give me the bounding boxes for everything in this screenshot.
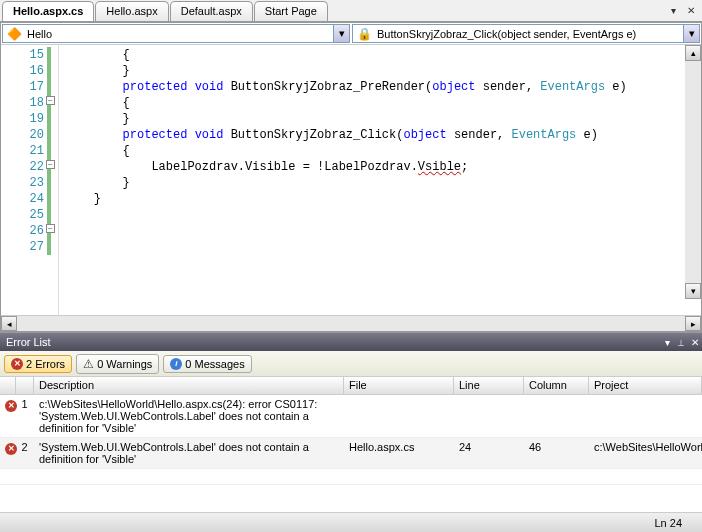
error-squiggle: Vsible xyxy=(418,160,461,174)
col-column[interactable]: Column xyxy=(524,377,589,394)
outline-collapse-icon[interactable]: − xyxy=(46,160,55,169)
class-icon: 🔶 xyxy=(6,26,22,42)
col-project[interactable]: Project xyxy=(589,377,702,394)
info-icon: i xyxy=(170,358,182,370)
col-description[interactable]: Description xyxy=(34,377,344,394)
class-name: Hello xyxy=(25,28,333,40)
class-selector[interactable]: 🔶 Hello ▾ xyxy=(2,24,350,43)
scroll-down-icon[interactable]: ▾ xyxy=(685,283,701,299)
error-list-panel: Error List ▾ ⟂ ✕ ✕ 2 Errors ⚠ 0 Warnings… xyxy=(0,332,702,512)
error-row[interactable]: ✕ 1 c:\WebSites\HelloWorld\Hello.aspx.cs… xyxy=(0,395,702,438)
tab-start-page[interactable]: Start Page xyxy=(254,1,328,21)
code-text[interactable]: { } protected void ButtonSkryjZobraz_Pre… xyxy=(59,45,701,315)
tab-default-aspx[interactable]: Default.aspx xyxy=(170,1,253,21)
chevron-down-icon[interactable]: ▾ xyxy=(683,25,699,42)
error-list-titlebar: Error List ▾ ⟂ ✕ xyxy=(0,333,702,351)
empty-row xyxy=(0,469,702,485)
status-line: Ln 24 xyxy=(654,517,682,529)
editor-body[interactable]: 15 16 17 18 19 20 21 22 23 24 25 26 27 −… xyxy=(1,45,701,315)
col-line[interactable]: Line xyxy=(454,377,524,394)
col-file[interactable]: File xyxy=(344,377,454,394)
method-name: ButtonSkryjZobraz_Click(object sender, E… xyxy=(375,28,683,40)
line-gutter: 15 16 17 18 19 20 21 22 23 24 25 26 27 −… xyxy=(1,45,59,315)
tab-close-icon[interactable]: ✕ xyxy=(684,4,698,18)
method-icon: 🔒 xyxy=(356,26,372,42)
error-row[interactable]: ✕ 2 'System.Web.UI.WebControls.Label' do… xyxy=(0,438,702,469)
grid-header: Description File Line Column Project xyxy=(0,377,702,395)
filter-errors-button[interactable]: ✕ 2 Errors xyxy=(4,355,72,373)
error-list-title: Error List xyxy=(6,336,51,348)
document-tabs: Hello.aspx.cs Hello.aspx Default.aspx St… xyxy=(0,0,702,22)
warning-icon: ⚠ xyxy=(83,357,94,371)
error-grid: Description File Line Column Project ✕ 1… xyxy=(0,377,702,512)
tab-dropdown-icon[interactable]: ▾ xyxy=(666,4,680,18)
tab-hello-aspx[interactable]: Hello.aspx xyxy=(95,1,168,21)
filter-messages-button[interactable]: i 0 Messages xyxy=(163,355,251,373)
filter-warnings-button[interactable]: ⚠ 0 Warnings xyxy=(76,354,159,374)
close-icon[interactable]: ✕ xyxy=(688,337,702,348)
pin-icon[interactable]: ⟂ xyxy=(674,337,688,348)
window-position-icon[interactable]: ▾ xyxy=(660,337,674,348)
scroll-up-icon[interactable]: ▴ xyxy=(685,45,701,61)
scroll-right-icon[interactable]: ▸ xyxy=(685,316,701,331)
error-filter-toolbar: ✕ 2 Errors ⚠ 0 Warnings i 0 Messages xyxy=(0,351,702,377)
scroll-left-icon[interactable]: ◂ xyxy=(1,316,17,331)
code-editor: 🔶 Hello ▾ 🔒 ButtonSkryjZobraz_Click(obje… xyxy=(0,22,702,332)
chevron-down-icon[interactable]: ▾ xyxy=(333,25,349,42)
navigation-bar: 🔶 Hello ▾ 🔒 ButtonSkryjZobraz_Click(obje… xyxy=(1,23,701,45)
tab-hello-cs[interactable]: Hello.aspx.cs xyxy=(2,1,94,21)
outline-collapse-icon[interactable]: − xyxy=(46,224,55,233)
error-icon: ✕ xyxy=(11,358,23,370)
method-selector[interactable]: 🔒 ButtonSkryjZobraz_Click(object sender,… xyxy=(352,24,700,43)
vertical-scrollbar[interactable]: ▴ ▾ xyxy=(685,45,701,299)
status-bar: Ln 24 xyxy=(0,512,702,532)
outline-collapse-icon[interactable]: − xyxy=(46,96,55,105)
horizontal-scrollbar[interactable]: ◂ ▸ xyxy=(1,315,701,331)
